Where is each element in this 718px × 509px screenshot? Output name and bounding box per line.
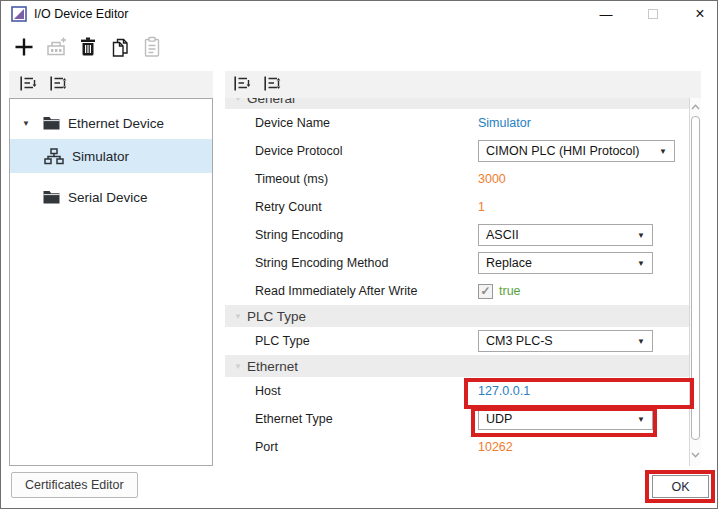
section-header-plc-type[interactable]: ▼ PLC Type	[225, 305, 689, 327]
maximize-icon	[648, 9, 658, 19]
folder-icon	[43, 116, 60, 130]
paste-icon	[143, 36, 161, 61]
tree-item-label: Ethernet Device	[68, 116, 164, 131]
property-row-read-after-write: Read Immediately After Write ✓ true	[225, 277, 689, 305]
paste-device-button[interactable]	[139, 34, 165, 62]
io-device-editor-window: I/O Device Editor — ×	[0, 0, 718, 509]
device-toolbar	[1, 27, 717, 69]
app-logo-icon	[11, 6, 27, 22]
add-station-button[interactable]	[43, 34, 69, 62]
property-row-host: Host 127.0.0.1	[225, 377, 689, 405]
properties-toolbar	[225, 71, 701, 98]
tree-item-label: Simulator	[72, 149, 129, 164]
retry-count-value[interactable]: 1	[478, 200, 485, 214]
expand-all-icon	[50, 76, 67, 94]
scroll-up-button[interactable]	[690, 100, 701, 114]
window-title: I/O Device Editor	[34, 7, 128, 21]
add-device-button[interactable]	[11, 34, 37, 62]
certificates-editor-button[interactable]: Certificates Editor	[11, 472, 138, 498]
add-station-icon	[44, 36, 68, 61]
chevron-down-icon: ▼	[637, 259, 645, 268]
title-bar: I/O Device Editor — ×	[1, 1, 717, 27]
read-after-write-value: true	[499, 284, 521, 298]
tree-item-ethernet-device[interactable]: ▼ Ethernet Device	[10, 107, 212, 139]
ethernet-type-dropdown[interactable]: UDP ▼	[478, 408, 653, 430]
property-row-ethernet-type: Ethernet Type UDP ▼	[225, 405, 689, 433]
section-collapse-icon: ▼	[225, 312, 247, 321]
host-value[interactable]: 127.0.0.1	[478, 384, 530, 398]
property-row-string-encoding: String Encoding ASCII ▼	[225, 221, 689, 249]
copy-device-button[interactable]	[107, 34, 133, 62]
expand-arrow-icon[interactable]: ▼	[22, 119, 34, 128]
port-value[interactable]: 10262	[478, 440, 513, 454]
tree-item-label: Serial Device	[68, 190, 148, 205]
expand-all-button[interactable]	[48, 76, 68, 94]
scroll-down-button[interactable]	[690, 448, 701, 462]
checkmark-icon: ✓	[480, 285, 490, 297]
collapse-all-button[interactable]	[232, 76, 252, 94]
collapse-all-icon	[20, 76, 37, 94]
chevron-down-icon: ▼	[637, 415, 645, 424]
trash-icon	[78, 36, 98, 61]
plus-icon	[13, 36, 35, 61]
chevron-down-icon: ▼	[659, 147, 667, 156]
network-device-icon	[44, 148, 64, 165]
maximize-button[interactable]	[635, 1, 671, 27]
property-row-retry-count: Retry Count 1	[225, 193, 689, 221]
tree-item-serial-device[interactable]: Serial Device	[10, 181, 212, 213]
properties-panel: ▼ General Device Name Simulator Device P…	[225, 98, 689, 466]
string-encoding-dropdown[interactable]: ASCII ▼	[478, 224, 653, 246]
expand-all-icon	[264, 76, 281, 94]
string-encoding-method-dropdown[interactable]: Replace ▼	[478, 252, 653, 274]
read-after-write-checkbox[interactable]: ✓	[478, 284, 493, 299]
property-row-device-protocol: Device Protocol CIMON PLC (HMI Protocol)…	[225, 137, 689, 165]
device-name-value[interactable]: Simulator	[478, 116, 531, 130]
property-row-port: Port 10262	[225, 433, 689, 461]
device-tree: ▼ Ethernet Device Simulator Seria	[9, 98, 213, 466]
collapse-all-button[interactable]	[18, 76, 38, 94]
tree-toolbar	[9, 71, 213, 98]
close-button[interactable]: ×	[682, 1, 718, 27]
folder-icon	[43, 190, 60, 204]
section-collapse-icon: ▼	[225, 98, 247, 103]
collapse-all-icon	[234, 76, 251, 94]
plc-type-dropdown[interactable]: CM3 PLC-S ▼	[478, 330, 653, 352]
property-row-string-encoding-method: String Encoding Method Replace ▼	[225, 249, 689, 277]
minimize-button[interactable]: —	[588, 1, 624, 27]
expand-all-button[interactable]	[262, 76, 282, 94]
scrollbar-thumb[interactable]	[691, 116, 700, 440]
delete-device-button[interactable]	[75, 34, 101, 62]
ok-button[interactable]: OK	[652, 475, 709, 498]
section-header-ethernet[interactable]: ▼ Ethernet	[225, 355, 689, 377]
chevron-down-icon: ▼	[637, 337, 645, 346]
device-protocol-dropdown[interactable]: CIMON PLC (HMI Protocol) ▼	[478, 140, 675, 162]
tree-item-simulator[interactable]: Simulator	[10, 139, 212, 173]
properties-scrollbar[interactable]	[689, 98, 701, 466]
section-header-general[interactable]: ▼ General	[225, 98, 689, 109]
property-row-timeout: Timeout (ms) 3000	[225, 165, 689, 193]
chevron-down-icon: ▼	[637, 231, 645, 240]
section-collapse-icon: ▼	[225, 362, 247, 371]
copy-icon	[110, 36, 130, 61]
property-row-plc-type: PLC Type CM3 PLC-S ▼	[225, 327, 689, 355]
property-row-device-name: Device Name Simulator	[225, 109, 689, 137]
timeout-value[interactable]: 3000	[478, 172, 506, 186]
